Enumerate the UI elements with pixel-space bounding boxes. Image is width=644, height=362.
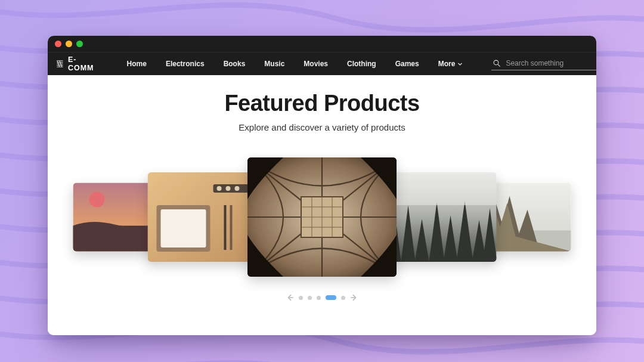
nav-links: Home Electronics Books Music Movies Clot… xyxy=(127,60,463,68)
search-input[interactable] xyxy=(506,59,595,67)
main-navbar: E-COMM Home Electronics Books Music Movi… xyxy=(48,52,596,75)
svg-rect-20 xyxy=(230,205,233,250)
content-area: Featured Products Explore and discover a… xyxy=(48,75,596,335)
close-traffic-light[interactable] xyxy=(55,41,61,47)
pagination-dot-3[interactable] xyxy=(326,295,336,300)
svg-rect-12 xyxy=(148,172,258,262)
svg-rect-19 xyxy=(224,205,227,250)
svg-rect-13 xyxy=(157,205,210,252)
svg-rect-11 xyxy=(73,226,160,252)
svg-point-10 xyxy=(89,192,105,208)
brand-name: E-COMM xyxy=(68,55,96,72)
svg-rect-15 xyxy=(213,184,249,193)
svg-point-18 xyxy=(235,186,240,191)
carousel-slide-1[interactable] xyxy=(148,172,258,262)
nav-more-label: More xyxy=(438,60,456,68)
carousel-slide-3[interactable] xyxy=(386,172,497,262)
carousel-next-arrow-icon[interactable] xyxy=(350,293,358,302)
svg-point-17 xyxy=(226,186,231,191)
svg-line-8 xyxy=(498,64,500,67)
brand[interactable]: E-COMM xyxy=(56,55,96,72)
window-titlebar xyxy=(48,36,596,52)
nav-link-clothing[interactable]: Clothing xyxy=(347,60,376,68)
carousel-slide-0[interactable] xyxy=(73,183,160,252)
nav-link-music[interactable]: Music xyxy=(264,60,284,68)
nav-link-more[interactable]: More xyxy=(438,60,463,68)
nav-link-electronics[interactable]: Electronics xyxy=(166,60,205,68)
svg-point-7 xyxy=(494,60,499,65)
pagination-dot-0[interactable] xyxy=(299,296,303,300)
svg-rect-30 xyxy=(386,172,497,205)
nav-link-books[interactable]: Books xyxy=(224,60,246,68)
carousel-pagination xyxy=(48,293,596,302)
svg-rect-32 xyxy=(485,231,571,252)
pagination-dot-1[interactable] xyxy=(308,296,312,300)
carousel-slide-2[interactable] xyxy=(247,157,397,277)
nav-link-movies[interactable]: Movies xyxy=(304,60,328,68)
browser-window: E-COMM Home Electronics Books Music Movi… xyxy=(48,36,596,335)
featured-carousel xyxy=(48,151,596,283)
nav-link-home[interactable]: Home xyxy=(127,60,147,68)
carousel-prev-arrow-icon[interactable] xyxy=(286,293,294,302)
brand-logo-icon xyxy=(56,59,64,69)
svg-rect-9 xyxy=(73,183,160,252)
page-subtitle: Explore and discover a variety of produc… xyxy=(48,122,596,132)
svg-rect-14 xyxy=(161,209,206,247)
page-title: Featured Products xyxy=(48,91,596,116)
minimize-traffic-light[interactable] xyxy=(66,41,72,47)
search-box[interactable] xyxy=(491,57,596,70)
svg-rect-31 xyxy=(485,183,571,252)
hero-heading: Featured Products Explore and discover a… xyxy=(48,91,596,132)
nav-link-games[interactable]: Games xyxy=(395,60,419,68)
chevron-down-icon xyxy=(457,61,463,67)
search-icon xyxy=(493,59,501,67)
svg-point-16 xyxy=(217,186,222,191)
pagination-dot-2[interactable] xyxy=(317,296,321,300)
carousel-slide-4[interactable] xyxy=(485,183,571,252)
svg-rect-29 xyxy=(386,172,497,262)
maximize-traffic-light[interactable] xyxy=(76,41,83,47)
pagination-dot-4[interactable] xyxy=(341,296,345,300)
